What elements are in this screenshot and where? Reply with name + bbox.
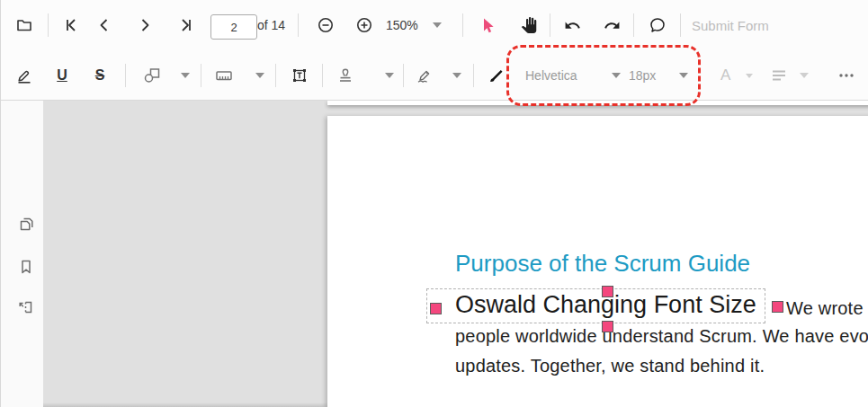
- chevron-down-icon: [746, 74, 753, 78]
- first-page-icon: [62, 16, 80, 34]
- pdf-page[interactable]: Purpose of the Scrum Guide Oswald Changi…: [327, 116, 868, 407]
- cursor-icon: [479, 17, 497, 34]
- next-page-button[interactable]: [130, 0, 159, 50]
- signature-pen-icon: [415, 66, 434, 84]
- ellipsis-icon: [837, 66, 855, 84]
- stamp-icon: [336, 66, 354, 84]
- chevron-down-icon: [255, 73, 264, 78]
- text-align-dropdown[interactable]: [771, 50, 809, 101]
- free-text-icon: [291, 66, 309, 84]
- pan-tool-button[interactable]: [515, 0, 543, 50]
- comments-button[interactable]: [643, 0, 672, 50]
- chevron-left-icon: [95, 16, 113, 34]
- select-tool-button[interactable]: [473, 0, 502, 50]
- underline-button[interactable]: U: [48, 50, 76, 101]
- first-page-button[interactable]: [57, 0, 85, 50]
- font-family-dropdown[interactable]: Helvetica: [525, 50, 621, 101]
- text-color-label: A: [720, 66, 730, 84]
- text-color-dropdown[interactable]: A: [720, 50, 753, 101]
- redo-button[interactable]: [597, 0, 626, 50]
- resize-handle-top[interactable]: [602, 286, 613, 297]
- body-text-line3: updates. Together, we stand behind it.: [455, 356, 765, 376]
- hand-icon: [521, 17, 537, 33]
- signature-tool-dropdown[interactable]: [415, 50, 461, 101]
- zoom-level-value: 150%: [386, 18, 418, 32]
- signatures-panel-button[interactable]: [13, 294, 40, 321]
- bookmark-icon: [17, 258, 35, 276]
- divider: [550, 13, 550, 37]
- undo-icon: [564, 17, 581, 34]
- chevron-down-icon: [385, 73, 394, 78]
- marker-pen-icon: [15, 66, 33, 84]
- font-size-dropdown[interactable]: 18px: [629, 50, 688, 101]
- divider: [322, 64, 323, 87]
- dashed-box-arrow-icon: [17, 298, 35, 316]
- divider: [633, 13, 634, 37]
- zoom-in-button[interactable]: [350, 0, 379, 50]
- stamp-tool-dropdown[interactable]: [336, 50, 394, 101]
- chevron-down-icon: [433, 22, 442, 28]
- divider: [201, 64, 201, 87]
- divider: [473, 64, 474, 87]
- free-text-button[interactable]: [285, 50, 314, 101]
- font-size-value: 18px: [629, 68, 656, 83]
- thumbnails-panel-button[interactable]: [13, 210, 40, 237]
- chevron-down-icon: [452, 73, 461, 78]
- divider: [125, 64, 126, 87]
- page-number-input[interactable]: [210, 14, 257, 40]
- divider: [298, 13, 299, 37]
- toolbar-header: of 14 150%: [1, 0, 868, 101]
- ruler-icon: [214, 66, 234, 84]
- divider: [462, 13, 463, 37]
- bottom-shadow: [43, 403, 327, 407]
- previous-page-edge: [327, 101, 868, 105]
- last-page-button[interactable]: [172, 0, 201, 50]
- zoom-out-icon: [317, 16, 335, 34]
- body-text-line2: people worldwide understand Scrum. We ha…: [455, 326, 868, 346]
- overflow-menu-button[interactable]: [832, 50, 861, 101]
- page-count-label: of 14: [257, 0, 285, 50]
- outlines-panel-button[interactable]: [13, 253, 40, 280]
- brush-icon: [488, 66, 506, 84]
- open-file-button[interactable]: [10, 0, 39, 50]
- redo-icon: [604, 17, 621, 34]
- divider: [48, 13, 49, 37]
- chevron-down-icon: [181, 73, 190, 78]
- style-brush-button[interactable]: [482, 50, 511, 101]
- previous-page-button[interactable]: [90, 0, 119, 50]
- document-heading: Purpose of the Scrum Guide: [455, 251, 750, 277]
- resize-handle-bottom[interactable]: [602, 321, 613, 332]
- zoom-level-dropdown[interactable]: 150%: [386, 0, 442, 50]
- folder-icon: [15, 16, 33, 34]
- shapes-icon: [143, 66, 163, 84]
- freehand-highlight-button[interactable]: [10, 50, 39, 101]
- chevron-down-icon: [612, 73, 621, 78]
- pdf-editor-window: of 14 150%: [0, 0, 868, 407]
- align-lines-icon: [771, 68, 787, 83]
- submit-form-button[interactable]: Submit Form: [692, 0, 769, 50]
- strikeout-button[interactable]: S: [85, 50, 114, 101]
- font-family-value: Helvetica: [525, 68, 577, 83]
- pages-icon: [17, 215, 36, 234]
- last-page-icon: [177, 16, 195, 34]
- zoom-in-icon: [355, 16, 373, 34]
- resize-handle-right[interactable]: [772, 301, 783, 313]
- shapes-tool-dropdown[interactable]: [143, 50, 190, 101]
- left-panel-bar: [1, 101, 43, 407]
- chevron-down-icon: [679, 73, 688, 78]
- chevron-right-icon: [136, 16, 154, 34]
- measure-tool-dropdown[interactable]: [214, 50, 264, 101]
- chevron-down-icon: [800, 73, 809, 78]
- divider: [680, 13, 681, 37]
- undo-button[interactable]: [558, 0, 586, 50]
- body-text-line1: We wrote: [786, 298, 864, 318]
- resize-handle-left[interactable]: [430, 303, 442, 314]
- strikeout-label: S: [95, 67, 105, 84]
- zoom-out-button[interactable]: [311, 0, 340, 50]
- underline-label: U: [57, 67, 67, 84]
- comment-bubble-icon: [649, 16, 667, 34]
- divider: [275, 64, 276, 87]
- divider: [403, 64, 404, 87]
